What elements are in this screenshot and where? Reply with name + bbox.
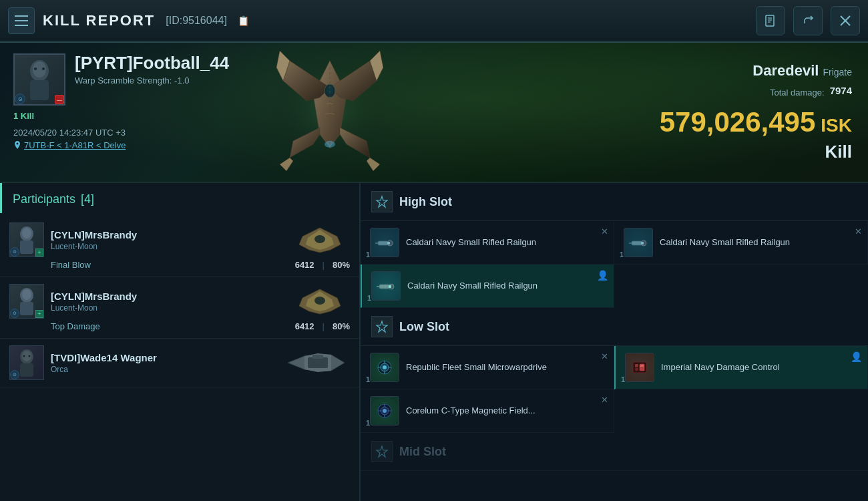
svg-rect-25 <box>20 363 33 377</box>
high-slot-icon <box>371 191 393 212</box>
participant-item[interactable]: ⊙ + [CYLN]MrsBrandy Lucent-Moon Top Dama… <box>0 277 359 339</box>
svg-point-10 <box>42 67 45 70</box>
module-icon <box>371 271 401 301</box>
modules-panel: High Slot Caldari Navy Small Rifled Rail… <box>361 183 868 501</box>
total-damage-value: 7974 <box>830 85 852 96</box>
module-quantity: 1 <box>621 375 625 383</box>
participant-info: [CYLN]MrsBrandy Lucent-Moon <box>51 291 283 313</box>
module-quantity: 1 <box>620 251 624 259</box>
module-destroyed-icon: ✕ <box>601 351 608 361</box>
svg-point-28 <box>29 355 31 357</box>
corp-icon: ⊙ <box>10 247 19 257</box>
close-button[interactable] <box>831 6 860 35</box>
module-item[interactable]: Republic Fleet Small Microwarpdrive ✕ 1 <box>361 346 614 389</box>
participant-avatar: ⊙ + <box>9 284 44 319</box>
participant-corp: Lucent-Moon <box>51 303 283 313</box>
high-slot-grid: Caldari Navy Small Rifled Railgun ✕ 1 <box>361 221 868 308</box>
participant-percent: 80% <box>333 260 350 270</box>
participant-damage: 6412 <box>295 260 314 270</box>
module-destroyed-icon: ✕ <box>601 226 608 236</box>
module-item[interactable]: Corelum C-Type Magnetic Field... ✕ 1 <box>361 389 614 433</box>
svg-point-27 <box>23 355 25 357</box>
ship-name: Daredevil <box>752 62 819 79</box>
high-slot-title: High Slot <box>399 195 452 209</box>
module-item-highlighted[interactable]: Caldari Navy Small Rifled Railgun 👤 1 <box>361 265 614 308</box>
module-name: Caldari Navy Small Rifled Railgun <box>407 281 604 292</box>
svg-rect-30 <box>312 355 323 359</box>
isk-value: 579,026,495 <box>660 107 816 138</box>
participant-corp: Lucent-Moon <box>51 242 283 251</box>
high-slot-header: High Slot <box>361 183 868 221</box>
low-slot-section: Low Slot Republic Fleet Small Microwarpd… <box>361 308 868 433</box>
module-item-highlighted[interactable]: Imperial Navy Damage Control 👤 1 <box>614 346 868 389</box>
module-pilot-icon: 👤 <box>851 351 862 362</box>
banner-stats: Daredevil Frigate Total damage: 7974 579… <box>614 43 868 182</box>
module-icon <box>370 353 399 382</box>
participant-item[interactable]: ⊙ + [CYLN]MrsBrandy Lucent-Moon F <box>0 216 359 277</box>
ship-type: Frigate <box>823 67 852 77</box>
status-badge: — <box>55 95 64 104</box>
module-quantity: 1 <box>366 375 370 383</box>
svg-point-45 <box>383 365 387 369</box>
report-icon-button[interactable] <box>756 6 785 35</box>
svg-point-19 <box>314 235 325 243</box>
participant-item[interactable]: ⊙ [TVDI]Wade14 Wagner Orca <box>0 339 359 387</box>
next-slot-icon <box>371 441 393 462</box>
svg-rect-7 <box>30 80 49 100</box>
svg-point-18 <box>22 228 31 238</box>
svg-point-9 <box>34 67 37 70</box>
module-icon <box>370 228 399 257</box>
participants-panel: Participants [4] ⊙ + [CYLN]MrsBrandy Luc… <box>0 183 361 501</box>
kill-count: 1 Kill <box>13 111 267 121</box>
svg-rect-17 <box>20 240 33 254</box>
svg-rect-50 <box>640 365 644 367</box>
header-title: KILL REPORT <box>43 12 155 29</box>
low-slot-icon <box>371 316 393 337</box>
participant-percent: 80% <box>333 321 350 331</box>
module-name: Caldari Navy Small Rifled Railgun <box>406 237 604 248</box>
participant-corp: Orca <box>51 365 276 374</box>
participant-avatar: ⊙ + <box>9 222 44 257</box>
copy-icon[interactable]: 📋 <box>238 15 249 26</box>
kill-location[interactable]: 7UTB-F < 1-A81R < Delve <box>13 140 267 150</box>
participants-label: Participants <box>13 192 75 206</box>
participant-ship <box>290 224 350 256</box>
participant-info: [CYLN]MrsBrandy Lucent-Moon <box>51 229 283 251</box>
module-name: Corelum C-Type Magnetic Field... <box>406 405 604 417</box>
svg-rect-34 <box>387 242 390 244</box>
next-slot-header: Mid Slot <box>361 433 868 471</box>
isk-label: ISK <box>821 115 852 136</box>
svg-rect-42 <box>389 285 391 288</box>
corp-badge: ⊙ <box>15 94 25 104</box>
participant-name: [CYLN]MrsBrandy <box>51 229 283 240</box>
low-slot-title: Low Slot <box>399 320 449 334</box>
participant-info: [TVDI]Wade14 Wagner Orca <box>51 352 276 374</box>
total-damage-label: Total damage: <box>770 88 825 98</box>
participant-top: ⊙ + [CYLN]MrsBrandy Lucent-Moon <box>9 222 350 257</box>
share-button[interactable] <box>793 6 823 35</box>
warp-scramble: Warp Scramble Strength: -1.0 <box>75 75 267 86</box>
menu-button[interactable] <box>8 7 35 34</box>
module-icon <box>370 396 399 426</box>
participant-role: Top Damage <box>9 321 100 331</box>
corp-icon: ⊙ <box>10 370 19 379</box>
module-quantity: 1 <box>366 419 370 427</box>
participant-top: ⊙ + [CYLN]MrsBrandy Lucent-Moon <box>9 284 350 319</box>
corp-icon: ⊙ <box>10 309 19 318</box>
svg-point-53 <box>383 409 387 413</box>
svg-rect-38 <box>641 242 644 244</box>
participants-header: Participants [4] <box>0 183 359 213</box>
participant-damage: 6412 <box>295 321 314 331</box>
participant-stats: Top Damage 6412 | 80% <box>9 321 350 331</box>
participant-role: Final Blow <box>9 260 91 270</box>
participants-count: [4] <box>81 192 94 206</box>
module-item[interactable]: Caldari Navy Small Rifled Railgun ✕ 1 <box>361 221 614 265</box>
kill-date: 2024/05/20 14:23:47 UTC +3 <box>13 128 267 138</box>
module-quantity: 1 <box>367 294 371 302</box>
participant-ship <box>290 285 350 317</box>
player-name: [PYRT]Football_44 <box>75 53 267 73</box>
participant-top: ⊙ [TVDI]Wade14 Wagner Orca <box>9 345 350 380</box>
module-item[interactable]: Caldari Navy Small Rifled Railgun ✕ 1 <box>614 221 868 265</box>
participant-stats: Final Blow 6412 | 80% <box>9 260 350 270</box>
next-slot-title: Mid Slot <box>399 445 446 459</box>
